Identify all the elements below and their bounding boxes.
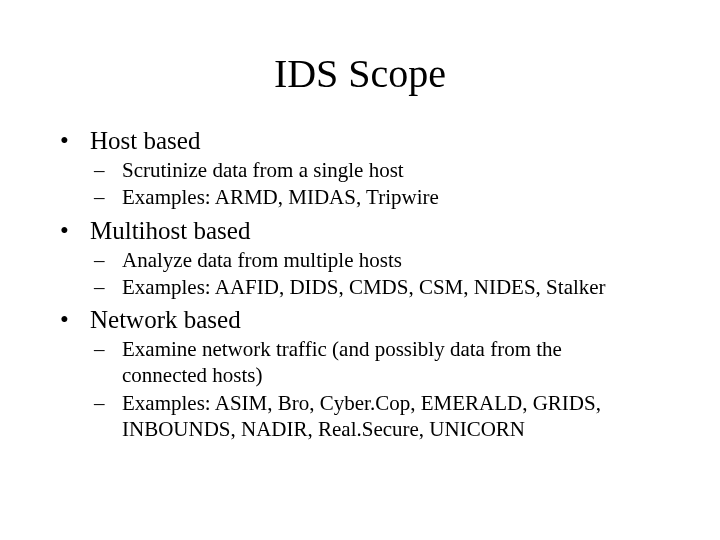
sub-item: – Analyze data from multiple hosts — [50, 247, 670, 273]
bullet-icon: • — [50, 306, 90, 334]
sub-item: – Examples: ASIM, Bro, Cyber.Cop, EMERAL… — [50, 390, 670, 443]
dash-icon: – — [94, 274, 122, 300]
sub-item: – Examine network traffic (and possibly … — [50, 336, 670, 389]
sub-item: – Examples: AAFID, DIDS, CMDS, CSM, NIDE… — [50, 274, 670, 300]
dash-icon: – — [94, 336, 122, 362]
sub-item: – Scrutinize data from a single host — [50, 157, 670, 183]
dash-icon: – — [94, 157, 122, 183]
sub-label: Examples: AAFID, DIDS, CMDS, CSM, NIDES,… — [122, 274, 670, 300]
slide-title: IDS Scope — [50, 50, 670, 97]
bullet-row: • Network based — [50, 306, 670, 334]
sub-label: Examples: ARMD, MIDAS, Tripwire — [122, 184, 670, 210]
sub-list: – Analyze data from multiple hosts – Exa… — [50, 247, 670, 301]
bullet-row: • Host based — [50, 127, 670, 155]
bullet-label: Network based — [90, 306, 241, 334]
bullet-row: • Multihost based — [50, 217, 670, 245]
sub-item: – Examples: ARMD, MIDAS, Tripwire — [50, 184, 670, 210]
slide: IDS Scope • Host based – Scrutinize data… — [0, 0, 720, 540]
dash-icon: – — [94, 184, 122, 210]
bullet-list: • Host based – Scrutinize data from a si… — [50, 127, 670, 442]
bullet-item: • Host based – Scrutinize data from a si… — [50, 127, 670, 211]
sub-label: Examine network traffic (and possibly da… — [122, 336, 670, 389]
sub-list: – Examine network traffic (and possibly … — [50, 336, 670, 442]
bullet-label: Host based — [90, 127, 200, 155]
bullet-item: • Multihost based – Analyze data from mu… — [50, 217, 670, 301]
dash-icon: – — [94, 247, 122, 273]
bullet-icon: • — [50, 217, 90, 245]
bullet-label: Multihost based — [90, 217, 250, 245]
bullet-icon: • — [50, 127, 90, 155]
dash-icon: – — [94, 390, 122, 416]
bullet-item: • Network based – Examine network traffi… — [50, 306, 670, 442]
sub-label: Analyze data from multiple hosts — [122, 247, 670, 273]
sub-label: Examples: ASIM, Bro, Cyber.Cop, EMERALD,… — [122, 390, 670, 443]
sub-list: – Scrutinize data from a single host – E… — [50, 157, 670, 211]
sub-label: Scrutinize data from a single host — [122, 157, 670, 183]
